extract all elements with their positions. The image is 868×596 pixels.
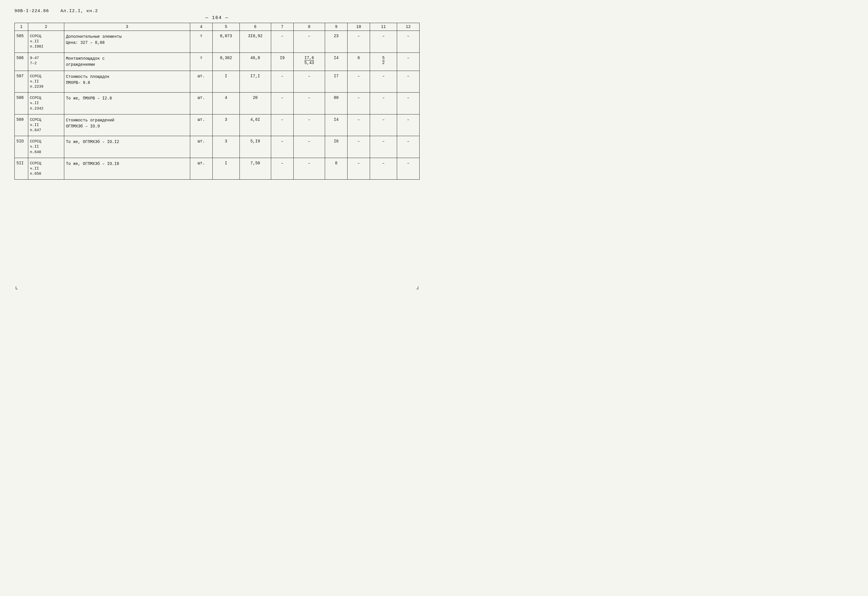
- col-header-9: 9: [325, 23, 348, 31]
- row-col9: I7: [325, 71, 348, 93]
- row-col7: –: [271, 93, 293, 114]
- row-col11: –: [370, 93, 397, 114]
- row-ref: 9–477–2: [28, 52, 64, 71]
- row-col10: –: [348, 71, 370, 93]
- table-row: 5IIССРСЦч.IIп.650То же, ОГПМХЭб – IO.I8ш…: [15, 158, 419, 180]
- row-col6: 7,50: [239, 158, 271, 180]
- row-unit: т: [190, 31, 213, 53]
- row-col11: –: [370, 31, 397, 53]
- table-row: 507ССРСЦч.IIп.2239Стоимость площадокПМХР…: [15, 71, 419, 93]
- al-ref: Ал.I2.I, кн.2: [61, 9, 98, 13]
- row-col9: I4: [325, 114, 348, 136]
- row-col10: 6: [348, 52, 370, 71]
- row-ref: ССРСЦч.IIп.2342: [28, 93, 64, 114]
- row-col6: 20: [239, 93, 271, 114]
- doc-code: 90В-I-224.86: [15, 9, 49, 13]
- main-table: 1 2 3 4 5 6 7 8 9 10 11 12 505ССРСЦч.IIп…: [15, 23, 419, 180]
- row-col5: 4: [213, 93, 239, 114]
- row-col7: –: [271, 71, 293, 93]
- row-col11: –: [370, 71, 397, 93]
- row-col12: –: [397, 31, 419, 53]
- row-col8: –: [293, 114, 325, 136]
- col-header-6: 6: [239, 23, 271, 31]
- row-col8: –: [293, 136, 325, 158]
- table-row: 509ССРСЦч.IIп.647Стоимость огражденийОГП…: [15, 114, 419, 136]
- row-col7: –: [271, 136, 293, 158]
- table-header-row: 1 2 3 4 5 6 7 8 9 10 11 12: [15, 23, 419, 31]
- table-row: 508ССРСЦч.IIп.2342То же, ПМХРВ – I2.8шт.…: [15, 93, 419, 114]
- row-col5: 0,302: [213, 52, 239, 71]
- row-col12: –: [397, 93, 419, 114]
- row-num: 5II: [15, 158, 28, 180]
- table-row: 5069–477–2Монтажплощадок сограждениямит0…: [15, 52, 419, 71]
- row-desc: Дополнительные элементыЦена: 327 – 8,08: [64, 31, 190, 53]
- row-col5: 0,073: [213, 31, 239, 53]
- row-col12: –: [397, 52, 419, 71]
- row-col12: –: [397, 136, 419, 158]
- row-col5: 3: [213, 114, 239, 136]
- row-desc: То же, ОГПМХЭб – IO.I2: [64, 136, 190, 158]
- row-col12: –: [397, 114, 419, 136]
- row-col10: –: [348, 31, 370, 53]
- col-header-7: 7: [271, 23, 293, 31]
- table-row: 505ССРСЦч.IIп.I98IДополнительные элемент…: [15, 31, 419, 53]
- row-col11: –: [370, 136, 397, 158]
- row-col12: –: [397, 158, 419, 180]
- row-desc: Стоимость площадокПМХРВ– 9.8: [64, 71, 190, 93]
- row-col7: –: [271, 158, 293, 180]
- row-desc: Монтажплощадок сограждениями: [64, 52, 190, 71]
- header: 90В-I-224.86 Ал.I2.I, кн.2: [15, 9, 419, 13]
- row-desc: Стоимость огражденийОГПМХЭб – IO.9: [64, 114, 190, 136]
- row-num: 507: [15, 71, 28, 93]
- row-unit: шт.: [190, 93, 213, 114]
- row-col10: –: [348, 114, 370, 136]
- row-unit: шт.: [190, 158, 213, 180]
- row-col5: I: [213, 71, 239, 93]
- row-col9: 23: [325, 31, 348, 53]
- row-desc: То же, ПМХРВ – I2.8: [64, 93, 190, 114]
- row-col8: –: [293, 93, 325, 114]
- row-num: 508: [15, 93, 28, 114]
- row-col8: I7,65,43: [293, 52, 325, 71]
- corner-bottom-left: └: [15, 286, 18, 292]
- row-desc: То же, ОГПМХЭб – IO.I8: [64, 158, 190, 180]
- row-col6: 46,8: [239, 52, 271, 71]
- col-header-8: 8: [293, 23, 325, 31]
- row-col7: –: [271, 114, 293, 136]
- row-col9: I4: [325, 52, 348, 71]
- row-num: 505: [15, 31, 28, 53]
- row-unit: шт.: [190, 114, 213, 136]
- col-header-4: 4: [190, 23, 213, 31]
- row-ref: ССРСЦч.IIп.I98I: [28, 31, 64, 53]
- row-ref: ССРСЦч.IIп.2239: [28, 71, 64, 93]
- row-col9: I6: [325, 136, 348, 158]
- row-col6: 3I8,92: [239, 31, 271, 53]
- row-col9: 80: [325, 93, 348, 114]
- row-unit: шт.: [190, 136, 213, 158]
- row-ref: ССРСЦч.IIп.647: [28, 114, 64, 136]
- row-col8: –: [293, 31, 325, 53]
- corner-bottom-right: ┘: [416, 286, 419, 292]
- row-col9: 8: [325, 158, 348, 180]
- page: 90В-I-224.86 Ал.I2.I, кн.2 — 164 — 1 2 3…: [0, 0, 434, 298]
- row-col6: 5,I9: [239, 136, 271, 158]
- row-col8: –: [293, 71, 325, 93]
- col-header-1: 1: [15, 23, 28, 31]
- col-header-2: 2: [28, 23, 64, 31]
- col-header-3: 3: [64, 23, 190, 31]
- row-ref: ССРСЦч.IIп.648: [28, 136, 64, 158]
- row-col5: 3: [213, 136, 239, 158]
- row-col10: –: [348, 158, 370, 180]
- row-num: 5IO: [15, 136, 28, 158]
- col-header-12: 12: [397, 23, 419, 31]
- row-col12: –: [397, 71, 419, 93]
- col-header-5: 5: [213, 23, 239, 31]
- row-col5: I: [213, 158, 239, 180]
- row-col10: –: [348, 136, 370, 158]
- col-header-10: 10: [348, 23, 370, 31]
- row-unit: шт.: [190, 71, 213, 93]
- row-ref: ССРСЦч.IIп.650: [28, 158, 64, 180]
- table-row: 5IOССРСЦч.IIп.648То же, ОГПМХЭб – IO.I2ш…: [15, 136, 419, 158]
- row-col8: –: [293, 158, 325, 180]
- page-number: — 164 —: [15, 15, 419, 21]
